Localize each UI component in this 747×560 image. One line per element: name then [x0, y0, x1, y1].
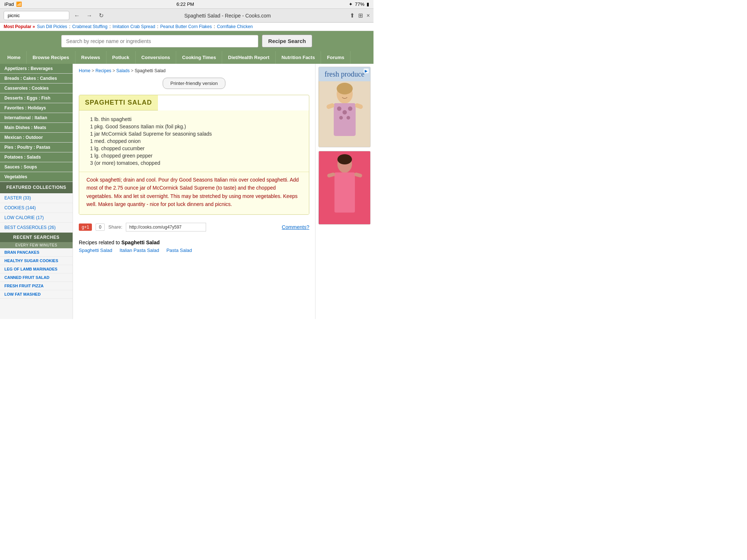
- ingredient-6: 1 lg. chopped green pepper: [90, 152, 302, 159]
- battery-percent: 77%: [355, 1, 364, 7]
- breadcrumb-home[interactable]: Home: [79, 68, 90, 73]
- sidebar: Appetizers : Beverages Breads : Cakes : …: [0, 64, 73, 319]
- most-popular-link-4[interactable]: Peanut Butter Corn Flakes: [159, 24, 212, 29]
- ingredient-4: 1 med. chopped onion: [90, 137, 302, 145]
- ad-box-2[interactable]: [318, 151, 371, 225]
- sidebar-item-breads[interactable]: Breads : Cakes : Candies: [0, 74, 73, 83]
- nav-browse-recipes[interactable]: Browse Recipes: [27, 51, 75, 64]
- forward-button[interactable]: →: [85, 12, 94, 20]
- nav-conversions[interactable]: Conversions: [136, 51, 177, 64]
- share-label: Share:: [108, 224, 122, 230]
- nav-forums[interactable]: Forums: [321, 51, 351, 64]
- ad-image-2: [319, 151, 370, 224]
- breadcrumb-salads[interactable]: Salads: [116, 68, 130, 73]
- nav-diet-health[interactable]: Diet/Health Report: [222, 51, 275, 64]
- sidebar-item-casseroles[interactable]: Casseroles : Cookies: [0, 83, 73, 93]
- sidebar-item-potatoes[interactable]: Potatoes : Salads: [0, 152, 73, 162]
- sidebar-item-sauces[interactable]: Sauces : Soups: [0, 162, 73, 172]
- address-bar[interactable]: [4, 11, 69, 20]
- related-links: Spaghetti Salad Italian Pasta Salad Past…: [79, 248, 309, 253]
- related-section: Recipes related to Spaghetti Salad Spagh…: [79, 240, 309, 253]
- refresh-button[interactable]: ↻: [97, 11, 105, 20]
- ingredient-7: 3 (or more) tomatoes, chopped: [90, 159, 302, 167]
- sidebar-item-main-dishes[interactable]: Main Dishes : Meats: [0, 123, 73, 133]
- sidebar-item-international[interactable]: International : Italian: [0, 113, 73, 123]
- recent-leg-of-lamb[interactable]: LEG OF LAMB MARINADES: [0, 265, 73, 273]
- nav-reviews[interactable]: Reviews: [76, 51, 107, 64]
- svg-rect-14: [334, 172, 355, 213]
- most-popular-link-1[interactable]: Sun Dill Pickles: [36, 24, 68, 29]
- share-bar: g+1 0 Share: Comments?: [79, 221, 309, 234]
- ad-corner-icon: ▶: [364, 69, 369, 73]
- sidebar-item-vegetables[interactable]: Vegetables: [0, 172, 73, 182]
- sidebar-item-favorites[interactable]: Favorites : Holidays: [0, 103, 73, 113]
- svg-point-4: [337, 106, 341, 111]
- recipe-search-button[interactable]: Recipe Search: [262, 35, 312, 47]
- recent-searches-header: RECENT SEARCHES: [0, 233, 73, 242]
- comments-link[interactable]: Comments?: [282, 224, 309, 230]
- svg-point-6: [348, 106, 352, 111]
- back-button[interactable]: ←: [72, 12, 82, 20]
- nav-home[interactable]: Home: [0, 51, 27, 64]
- status-bar: iPad 📶 6:22 PM ✦ 77% ▮: [0, 0, 374, 9]
- most-popular-link-3[interactable]: Imitation Crab Spread: [112, 24, 156, 29]
- browser-actions: ⬆ ⊞ ×: [350, 12, 370, 19]
- recent-healthy-sugar-cookies[interactable]: HEALTHY SUGAR COOKIES: [0, 257, 73, 265]
- recent-searches-sub: EVERY FEW MINUTES: [0, 242, 73, 248]
- sidebar-item-mexican[interactable]: Mexican : Outdoor: [0, 133, 73, 143]
- layout: Appetizers : Beverages Breads : Cakes : …: [0, 64, 374, 319]
- g-plus-count: 0: [96, 223, 105, 231]
- printer-btn-wrap: Printer-friendly version: [79, 78, 309, 89]
- recent-canned-fruit-salad[interactable]: CANNED FRUIT SALAD: [0, 273, 73, 282]
- most-popular-link-5[interactable]: Cornflake Chicken: [216, 24, 253, 29]
- most-popular-link-2[interactable]: Crabmeat Stuffing: [71, 24, 108, 29]
- related-link-3[interactable]: Pasta Salad: [166, 248, 192, 253]
- sidebar-categories: Appetizers : Beverages Breads : Cakes : …: [0, 64, 73, 182]
- status-time: 6:22 PM: [177, 1, 194, 7]
- recent-bran-pancakes[interactable]: BRAN PANCAKES: [0, 248, 73, 257]
- ad-sidebar: ▶ fresh produce: [315, 64, 374, 319]
- recipe-title: SPAGHETTI SALAD: [85, 99, 152, 106]
- bluetooth-icon: ✦: [349, 1, 353, 7]
- nav-cooking-times[interactable]: Cooking Times: [176, 51, 222, 64]
- svg-point-8: [347, 116, 350, 120]
- main-nav: Home Browse Recipes Reviews Potluck Conv…: [0, 51, 374, 64]
- breadcrumb-recipes[interactable]: Recipes: [96, 68, 111, 73]
- related-link-1[interactable]: Spaghetti Salad: [79, 248, 112, 253]
- related-link-2[interactable]: Italian Pasta Salad: [120, 248, 159, 253]
- collection-best-casseroles[interactable]: BEST CASSEROLES (26): [0, 223, 73, 233]
- close-icon[interactable]: ×: [367, 12, 370, 19]
- breadcrumb: Home > Recipes > Salads > Spaghetti Sala…: [79, 68, 309, 73]
- svg-point-5: [342, 110, 347, 114]
- status-right: ✦ 77% ▮: [349, 1, 369, 7]
- sidebar-item-pies[interactable]: Pies : Poultry : Pastas: [0, 143, 73, 152]
- svg-rect-3: [334, 103, 356, 136]
- g-plus-button[interactable]: g+1: [79, 223, 92, 231]
- share-icon[interactable]: ⬆: [350, 12, 355, 19]
- most-popular-bar: Most Popular » Sun Dill Pickles : Crabme…: [0, 23, 374, 31]
- search-icon[interactable]: ⊞: [358, 12, 363, 19]
- ad-header: fresh produce: [319, 67, 370, 81]
- ingredient-3: 1 jar McCormick Salad Supreme for season…: [90, 130, 302, 137]
- ad-box-1[interactable]: ▶ fresh produce: [318, 67, 371, 147]
- collection-cookies[interactable]: COOKIES (144): [0, 203, 73, 213]
- nav-nutrition[interactable]: Nutrition Facts: [276, 51, 321, 64]
- ad-image-1: [319, 81, 370, 147]
- sidebar-item-desserts[interactable]: Desserts : Eggs : Fish: [0, 93, 73, 103]
- collection-low-calorie[interactable]: LOW CALORIE (17): [0, 213, 73, 223]
- sidebar-item-appetizers[interactable]: Appetizers : Beverages: [0, 64, 73, 74]
- collection-easter[interactable]: EASTER (33): [0, 193, 73, 203]
- recent-low-fat-mashed[interactable]: LOW FAT MASHED: [0, 290, 73, 299]
- printer-friendly-button[interactable]: Printer-friendly version: [163, 78, 225, 89]
- featured-collections-header: FEATURED COLLECTIONS: [0, 182, 73, 193]
- search-input[interactable]: [61, 35, 258, 47]
- most-popular-label: Most Popular »: [4, 24, 35, 29]
- related-title: Recipes related to Spaghetti Salad: [79, 240, 309, 245]
- wifi-icon: 📶: [16, 1, 22, 7]
- browser-chrome: ← → ↻ Spaghetti Salad - Recipe - Cooks.c…: [0, 9, 374, 23]
- recent-fresh-fruit-pizza[interactable]: FRESH FRUIT PIZZA: [0, 282, 73, 290]
- share-url-input[interactable]: [126, 223, 206, 232]
- nav-potluck[interactable]: Potluck: [107, 51, 136, 64]
- svg-point-7: [339, 116, 343, 120]
- breadcrumb-current: Spaghetti Salad: [135, 68, 166, 73]
